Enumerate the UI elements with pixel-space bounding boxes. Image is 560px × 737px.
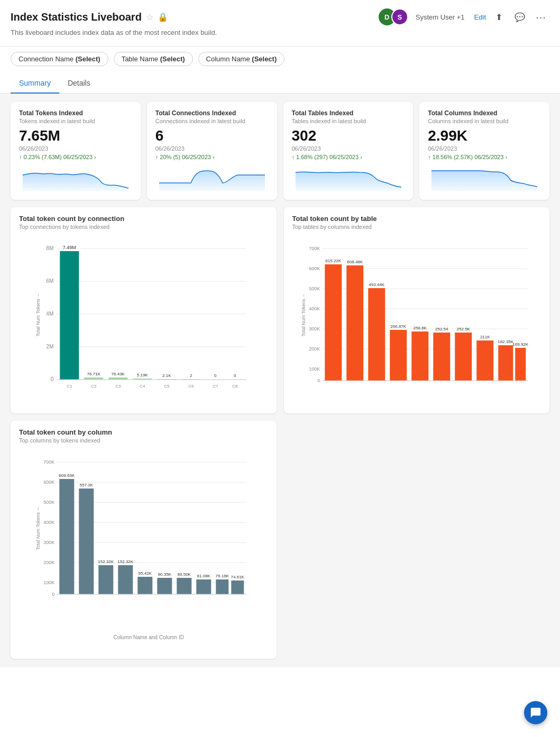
svg-text:700K: 700K bbox=[43, 459, 54, 465]
tabs: Summary Details bbox=[0, 73, 560, 94]
kpi-columns: Total Columns Indexed Columns indexed in… bbox=[419, 102, 549, 200]
header: Index Statistics Liveboard ☆ 🔒 D S Syste… bbox=[0, 0, 560, 47]
svg-rect-17 bbox=[108, 377, 127, 380]
svg-text:600K: 600K bbox=[309, 266, 320, 271]
chart-connection-bar: Total token count by connection Top conn… bbox=[11, 207, 277, 413]
filter-table[interactable]: Table Name (Select) bbox=[114, 52, 193, 66]
star-icon[interactable]: ☆ bbox=[146, 12, 153, 22]
svg-text:76.71K: 76.71K bbox=[87, 372, 101, 376]
svg-text:0: 0 bbox=[214, 373, 217, 378]
svg-text:252.5K: 252.5K bbox=[456, 327, 470, 331]
page: Index Statistics Liveboard ☆ 🔒 D S Syste… bbox=[0, 0, 560, 737]
svg-rect-103 bbox=[177, 578, 191, 594]
svg-rect-99 bbox=[137, 577, 152, 594]
svg-text:Column Name and Column ID: Column Name and Column ID bbox=[114, 634, 184, 640]
svg-text:252.54: 252.54 bbox=[435, 327, 448, 331]
filter-column[interactable]: Column Name (Select) bbox=[198, 52, 285, 66]
svg-rect-101 bbox=[157, 578, 172, 594]
svg-text:500K: 500K bbox=[43, 500, 54, 505]
svg-text:C2: C2 bbox=[91, 384, 97, 389]
svg-text:74.61K: 74.61K bbox=[231, 575, 245, 579]
svg-rect-61 bbox=[411, 331, 428, 381]
main-content: Total Tokens Indexed Tokens indexed in l… bbox=[0, 94, 560, 667]
svg-text:300K: 300K bbox=[43, 540, 54, 545]
tab-details[interactable]: Details bbox=[59, 73, 99, 94]
svg-rect-109 bbox=[231, 581, 244, 594]
chat-fab-button[interactable] bbox=[524, 701, 547, 724]
svg-text:Total Num Tokens ←: Total Num Tokens ← bbox=[301, 293, 306, 337]
kpi-tokens-change: ↑ 0.23% (7.63M) 06/25/2023 › bbox=[19, 154, 132, 160]
svg-text:182.35K: 182.35K bbox=[498, 339, 513, 344]
svg-text:615.22K: 615.22K bbox=[325, 259, 341, 263]
svg-text:200K: 200K bbox=[43, 560, 54, 565]
svg-text:700K: 700K bbox=[309, 246, 320, 251]
svg-text:100K: 100K bbox=[43, 580, 54, 585]
more-menu-button[interactable]: ··· bbox=[533, 8, 549, 25]
kpi-columns-title: Total Columns Indexed bbox=[428, 109, 541, 117]
chart-row-bottom: Total token count by column Top columns … bbox=[11, 421, 549, 659]
svg-text:2M: 2M bbox=[46, 344, 53, 349]
kpi-tokens-date: 06/26/2023 bbox=[19, 145, 132, 152]
kpi-columns-sparkline bbox=[428, 164, 541, 191]
svg-text:2.1K: 2.1K bbox=[162, 373, 171, 378]
filter-connection[interactable]: Connection Name (Select) bbox=[11, 52, 108, 66]
svg-text:8M: 8M bbox=[46, 245, 53, 251]
svg-rect-53 bbox=[325, 264, 342, 381]
svg-rect-65 bbox=[455, 333, 472, 381]
svg-text:C4: C4 bbox=[140, 384, 145, 389]
kpi-connections-change: ↑ 20% (5) 06/25/2023 › bbox=[155, 154, 269, 160]
filters-bar: Connection Name (Select) Table Name (Sel… bbox=[0, 47, 560, 73]
svg-rect-95 bbox=[98, 565, 113, 594]
column-bar-svg: 700K 600K 500K 400K 300K 200K 100K 0 Tot… bbox=[19, 449, 268, 650]
kpi-columns-date: 06/26/2023 bbox=[428, 145, 541, 152]
svg-text:76.43K: 76.43K bbox=[112, 372, 125, 376]
share-icon[interactable]: ⬆ bbox=[490, 8, 507, 25]
kpi-connections-date: 06/26/2023 bbox=[155, 145, 269, 152]
kpi-tables: Total Tables Indexed Tables indexed in l… bbox=[283, 102, 414, 200]
svg-rect-63 bbox=[433, 333, 450, 381]
svg-text:169.92K: 169.92K bbox=[512, 342, 528, 347]
lock-icon: 🔒 bbox=[158, 12, 168, 22]
kpi-tokens-sparkline bbox=[19, 164, 132, 191]
svg-text:6M: 6M bbox=[46, 278, 53, 284]
kpi-tables-change: ↑ 1.68% (297) 06/25/2023 › bbox=[292, 154, 405, 160]
svg-rect-107 bbox=[216, 579, 228, 594]
svg-text:609.63K: 609.63K bbox=[59, 473, 75, 478]
svg-text:500K: 500K bbox=[309, 286, 320, 291]
kpi-tables-value: 302 bbox=[292, 127, 405, 144]
svg-text:200K: 200K bbox=[309, 346, 320, 352]
header-icons: D S System User +1 Edit ⬆ 💬 ··· bbox=[379, 8, 549, 25]
kpi-columns-subtitle: Columns indexed in latest build bbox=[428, 118, 541, 124]
svg-text:211K: 211K bbox=[480, 335, 490, 339]
svg-text:C7: C7 bbox=[213, 384, 218, 389]
svg-text:608.48K: 608.48K bbox=[347, 260, 363, 264]
subtitle: This liveboard includes index data as of… bbox=[11, 29, 549, 36]
svg-text:95.42K: 95.42K bbox=[139, 571, 152, 576]
svg-text:C3: C3 bbox=[115, 384, 121, 389]
kpi-tables-date: 06/26/2023 bbox=[292, 145, 405, 152]
svg-text:0: 0 bbox=[52, 592, 54, 597]
svg-text:C1: C1 bbox=[67, 384, 72, 389]
kpi-tables-subtitle: Tables indexed in latest build bbox=[292, 118, 405, 124]
avatar-group: D S bbox=[379, 8, 408, 25]
kpi-tokens: Total Tokens Indexed Tokens indexed in l… bbox=[11, 102, 141, 200]
svg-text:400K: 400K bbox=[43, 520, 54, 525]
chart-connection-subtitle: Top connections by tokens indexed bbox=[19, 224, 268, 230]
page-title: Index Statistics Liveboard bbox=[11, 11, 142, 23]
svg-text:90.35K: 90.35K bbox=[158, 572, 172, 577]
svg-rect-14 bbox=[84, 377, 103, 380]
svg-text:Total Num Tokens ←: Total Num Tokens ← bbox=[35, 293, 41, 337]
svg-text:79.16K: 79.16K bbox=[216, 574, 229, 578]
svg-rect-67 bbox=[476, 340, 493, 381]
kpi-tokens-subtitle: Tokens indexed in latest build bbox=[19, 118, 132, 124]
svg-text:557.2K: 557.2K bbox=[80, 483, 94, 487]
svg-rect-71 bbox=[515, 348, 526, 381]
svg-text:258.6K: 258.6K bbox=[413, 326, 427, 330]
chart-row-middle: Total token count by connection Top conn… bbox=[11, 207, 549, 413]
edit-button[interactable]: Edit bbox=[474, 13, 486, 21]
tab-summary[interactable]: Summary bbox=[11, 73, 59, 94]
chart-table-subtitle: Top tables by columns indexed bbox=[292, 224, 541, 230]
kpi-connections: Total Connections Indexed Connections in… bbox=[147, 102, 277, 200]
comment-icon[interactable]: 💬 bbox=[511, 8, 528, 25]
chart-column-subtitle: Top columns by tokens indexed bbox=[19, 437, 268, 444]
